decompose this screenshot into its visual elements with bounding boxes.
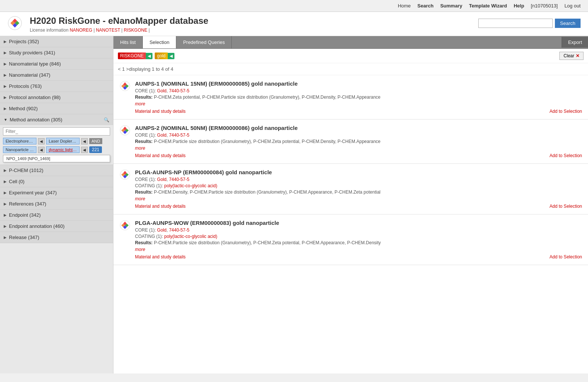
sidebar-item-experiment-year[interactable]: ▶ Experiment year (347) (0, 187, 113, 198)
core-name-link[interactable]: Gold (157, 133, 166, 138)
sidebar-item-method[interactable]: ▶ Method (902) (0, 103, 113, 114)
add-to-selection-link[interactable]: Add to Selection (550, 204, 582, 209)
sidebar-item-endpoint[interactable]: ▶ Endpoint (342) (0, 210, 113, 221)
filter-tag-arrow-3[interactable]: ◀ (38, 147, 45, 153)
result-links: Material and study details Add to Select… (135, 109, 582, 114)
method-annotation-filter[interactable] (3, 127, 110, 136)
sidebar-item-label: Endpoint (342) (9, 212, 41, 218)
page-title: H2020 RiskGone - eNanoMapper database (30, 16, 208, 26)
result-links: Material and study details Add to Select… (135, 204, 582, 209)
sidebar-item-release[interactable]: ▶ Release (347) (0, 232, 113, 243)
add-to-selection-link[interactable]: Add to Selection (550, 153, 582, 158)
sidebar-item-nanomaterial-type[interactable]: ▶ Nanomaterial type (846) (0, 58, 113, 70)
filter-remove-riskgone[interactable]: ◀ (146, 53, 152, 59)
sidebar-item-protocols[interactable]: ▶ Protocols (763) (0, 81, 113, 92)
tooltip-npo: NPO_1469 [NPO_1469] (3, 155, 110, 162)
tab-hits-list[interactable]: Hits list (113, 36, 143, 48)
filter-tag-arrow-4[interactable]: ◀ (81, 147, 88, 153)
result-title: PLGA-AUNPS-NP (ERM00000084) gold nanopar… (135, 169, 582, 175)
chevron-right-icon: ▶ (4, 73, 7, 77)
tabs-bar: Hits list Selection Predefined Queries E… (113, 36, 588, 49)
sidebar-item-endpoint-annotation[interactable]: ▶ Endpoint annotation (460) (0, 221, 113, 232)
material-study-link[interactable]: Material and study details (135, 109, 186, 114)
main-layout: ▶ Projects (352) ▶ Study providers (341)… (0, 36, 588, 373)
core-cas-link[interactable]: 7440-57-5 (169, 177, 189, 182)
filter-tag-gold: gold ◀ (155, 52, 174, 59)
result-item: PLGA-AUNPS-NP (ERM00000084) gold nanopar… (113, 164, 588, 214)
nav-help[interactable]: Help (514, 3, 524, 9)
filter-tag-laser[interactable]: Laser Dopler Vel... (46, 138, 80, 144)
sidebar-item-projects[interactable]: ▶ Projects (352) (0, 36, 113, 47)
sidebar-item-pchem[interactable]: ▶ P-CHEM (1012) (0, 165, 113, 176)
result-body: AUNPS-2 (NOMINAL 50NM) (ERM00000086) gol… (135, 125, 582, 158)
chevron-right-icon: ▶ (4, 168, 7, 172)
tab-predefined-queries[interactable]: Predefined Queries (176, 36, 232, 48)
result-more-link[interactable]: more (135, 146, 145, 151)
sidebar-item-protocol-annotation[interactable]: ▶ Protocol annotation (98) (0, 92, 113, 103)
results-list: AUNPS-1 (NOMINAL 15NM) (ERM00000085) gol… (113, 75, 588, 265)
sidebar-item-cell[interactable]: ▶ Cell (0) (0, 176, 113, 187)
license-nanotest[interactable]: NANOTEST (96, 28, 120, 33)
result-more-link[interactable]: more (135, 196, 145, 201)
sidebar-item-references[interactable]: ▶ References (347) (0, 198, 113, 210)
result-more-link[interactable]: more (135, 101, 145, 106)
method-annotation-header[interactable]: ▼ Method annotation (305) 🔍 (0, 114, 113, 125)
core-cas-link[interactable]: 7440-57-5 (169, 88, 189, 93)
sidebar: ▶ Projects (352) ▶ Study providers (341)… (0, 36, 113, 373)
result-body: PLGA-AUNPS-WOW (ERM00000083) gold nanopa… (135, 220, 582, 260)
sidebar-item-label: Cell (0) (9, 179, 25, 184)
filter-tag-electrophoretic[interactable]: Electrophoretic L... (3, 138, 36, 144)
coating-name-link[interactable]: poly(lactic-co-glycolic acid) (164, 183, 217, 188)
export-button[interactable]: Export (562, 37, 588, 48)
nav-user[interactable]: [n10705013] (531, 3, 558, 9)
nav-template-wizard[interactable]: Template Wizard (469, 3, 507, 9)
search-input[interactable] (478, 19, 553, 28)
tab-selection[interactable]: Selection (143, 36, 176, 48)
material-study-link[interactable]: Material and study details (135, 153, 186, 158)
filter-tag-arrow-1[interactable]: ◀ (38, 138, 45, 144)
filter-tag-dynamic[interactable]: dynamic light sc... (46, 146, 80, 153)
nav-home[interactable]: Home (398, 3, 411, 9)
content-area: Hits list Selection Predefined Queries E… (113, 36, 588, 373)
add-to-selection-link[interactable]: Add to Selection (550, 254, 582, 260)
sidebar-item-label: Nanomaterial (347) (9, 72, 50, 78)
chevron-right-icon: ▶ (4, 213, 7, 217)
sidebar-item-label: P-CHEM (1012) (9, 168, 43, 173)
result-results: Results: P-CHEM.Particle size distributi… (135, 139, 582, 144)
core-cas-link[interactable]: 7440-57-5 (169, 133, 189, 138)
top-navigation: Home Search Summary Template Wizard Help… (0, 0, 588, 12)
result-more-link[interactable]: more (135, 247, 145, 252)
sidebar-item-nanomaterial[interactable]: ▶ Nanomaterial (347) (0, 70, 113, 81)
filter-tag-arrow-2[interactable]: ◀ (81, 138, 88, 144)
filter-tag-riskgone: RISKGONE ◀ (118, 52, 152, 59)
sidebar-item-label: Projects (352) (9, 39, 39, 44)
search-icon[interactable]: 🔍 (104, 117, 109, 122)
license-nanoreg[interactable]: NANOREG (70, 28, 92, 33)
filter-remove-gold[interactable]: ◀ (168, 53, 174, 59)
search-button[interactable]: Search (555, 19, 581, 28)
add-to-selection-link[interactable]: Add to Selection (550, 109, 582, 114)
filter-label-gold: gold (155, 52, 168, 59)
nav-summary[interactable]: Summary (440, 3, 462, 9)
result-logo (119, 220, 131, 231)
clear-button[interactable]: Clear ✕ (559, 52, 584, 60)
sidebar-item-study-providers[interactable]: ▶ Study providers (341) (0, 47, 113, 58)
result-logo (119, 80, 131, 92)
riskgone-logo (7, 16, 22, 31)
result-logo (119, 169, 131, 180)
coating-name-link[interactable]: poly(lactic-co-glycolic acid) (164, 234, 217, 239)
material-study-link[interactable]: Material and study details (135, 204, 186, 209)
core-name-link[interactable]: Gold (157, 88, 166, 93)
license-riskgone[interactable]: RISKGONE (124, 28, 147, 33)
core-name-link[interactable]: Gold (157, 177, 166, 182)
filter-tag-nanoparticle[interactable]: Nanoparticle Tra... (3, 146, 36, 153)
nav-search[interactable]: Search (417, 3, 433, 9)
core-name-link[interactable]: Gold (157, 227, 166, 233)
method-annotation-body: Electrophoretic L... ◀ Laser Dopler Vel.… (0, 125, 113, 165)
core-cas-link[interactable]: 7440-57-5 (169, 227, 189, 233)
sidebar-item-label: Method annotation (305) (10, 117, 62, 122)
sidebar-item-label: Experiment year (347) (9, 190, 57, 195)
and-button[interactable]: AND (89, 138, 102, 144)
material-study-link[interactable]: Material and study details (135, 254, 186, 260)
nav-logout[interactable]: Log out (565, 3, 581, 9)
